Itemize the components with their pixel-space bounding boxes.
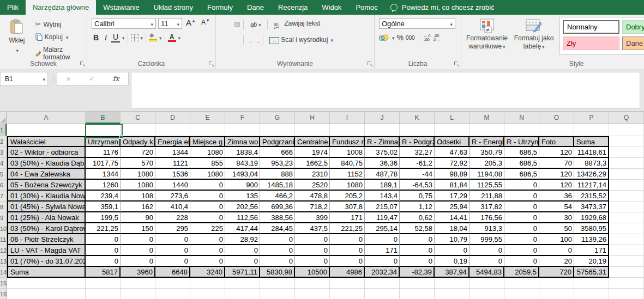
cell-H7[interactable]: 478,8 — [295, 191, 330, 202]
cell-O13[interactable]: 20 — [539, 256, 574, 267]
cell-Q16[interactable] — [609, 289, 644, 299]
cell-M7[interactable]: 211,88 — [470, 191, 504, 202]
cell-M4[interactable]: 205,3 — [470, 158, 504, 169]
cell-B6[interactable]: 1260 — [86, 180, 121, 191]
cell-E7[interactable]: 0 — [190, 191, 225, 202]
cell-D13[interactable]: 0 — [155, 256, 190, 267]
cell-P7[interactable]: 2315,52 — [574, 191, 609, 202]
cell-C9[interactable]: 90 — [121, 212, 155, 223]
column-header-H[interactable]: H — [295, 112, 330, 124]
cell-L2[interactable]: Odsetki — [435, 136, 470, 147]
cell-M8[interactable]: 317,82 — [470, 202, 504, 212]
cell-C16[interactable] — [121, 289, 155, 299]
cell-J5[interactable]: 487,78 — [365, 169, 400, 180]
cell-B14[interactable]: 5817 — [86, 267, 121, 278]
cell-B16[interactable] — [86, 289, 121, 299]
cell-L9[interactable]: 14,41 — [435, 212, 470, 223]
cell-P16[interactable] — [574, 289, 609, 299]
cell-H6[interactable]: 2520 — [295, 180, 330, 191]
column-header-Q[interactable]: Q — [609, 112, 644, 124]
cell-K16[interactable] — [400, 289, 435, 299]
cell-C8[interactable]: 162 — [121, 202, 155, 212]
cell-I6[interactable]: 1080 — [330, 180, 365, 191]
cell-O9[interactable]: 30 — [539, 212, 574, 223]
cell-N16[interactable] — [504, 289, 539, 299]
cell-C12[interactable]: 0 — [121, 245, 155, 256]
wrap-text-button[interactable]: abc↩ Zawijaj tekst — [271, 17, 323, 32]
cell-L16[interactable] — [435, 289, 470, 299]
row-header-11[interactable]: 11 — [0, 234, 7, 245]
column-header-J[interactable]: J — [365, 112, 400, 124]
cell-F5[interactable]: 1493,04 — [225, 169, 260, 180]
cell-A5[interactable]: 04 - Ewa Zalewska — [7, 169, 86, 180]
cell-G12[interactable]: 0 — [260, 245, 295, 256]
increase-indent-button[interactable] — [254, 38, 260, 42]
column-header-N[interactable]: N — [504, 112, 539, 124]
underline-button[interactable]: U — [111, 33, 120, 42]
column-header-O[interactable]: O — [539, 112, 574, 124]
percent-style-button[interactable]: % — [397, 33, 404, 42]
cell-K14[interactable]: -82,39 — [400, 267, 435, 278]
cell-L10[interactable]: 18,04 — [435, 223, 470, 234]
cell-J6[interactable]: 189,1 — [365, 180, 400, 191]
alignment-dialog-launcher-icon[interactable] — [367, 61, 372, 66]
cell-M1[interactable] — [470, 124, 504, 136]
tab-formuly[interactable]: Formuły — [200, 0, 240, 15]
cell-N8[interactable]: 0 — [504, 202, 539, 212]
enter-button[interactable]: ✓ — [89, 75, 95, 83]
row-header-1[interactable]: 1 — [0, 124, 7, 136]
cell-H3[interactable]: 1974 — [295, 147, 330, 158]
cancel-button[interactable]: × — [66, 74, 71, 83]
cell-K10[interactable]: 52,58 — [400, 223, 435, 234]
align-middle-button[interactable] — [227, 22, 233, 27]
decrease-font-size-button[interactable]: A▼ — [200, 18, 212, 29]
cell-G7[interactable]: 466,2 — [260, 191, 295, 202]
column-header-I[interactable]: I — [330, 112, 365, 124]
cell-I9[interactable]: 171 — [330, 212, 365, 223]
cell-Q2[interactable] — [609, 136, 644, 147]
cell-A13[interactable]: 01 (70%) - do 31.07.202 — [7, 256, 86, 267]
cell-B13[interactable]: 0 — [86, 256, 121, 267]
cell-Q6[interactable] — [609, 180, 644, 191]
cell-D5[interactable]: 1536 — [155, 169, 190, 180]
font-color-icon[interactable] — [168, 33, 176, 42]
cell-I7[interactable]: 205,2 — [330, 191, 365, 202]
cell-L11[interactable]: 10,79 — [435, 234, 470, 245]
decrease-decimal-button[interactable]: ,00,0→ — [432, 34, 440, 41]
cell-E13[interactable]: 0 — [190, 256, 225, 267]
row-header-6[interactable]: 6 — [0, 180, 7, 191]
cell-K9[interactable]: 0,62 — [400, 212, 435, 223]
tab-recenzja[interactable]: Recenzja — [271, 0, 315, 15]
cell-I5[interactable]: 1152 — [330, 169, 365, 180]
cell-N3[interactable]: 686,5 — [504, 147, 539, 158]
cell-Q10[interactable] — [609, 223, 644, 234]
cell-F4[interactable]: 843,19 — [225, 158, 260, 169]
cell-H13[interactable]: 0 — [295, 256, 330, 267]
cell-J14[interactable]: 2032,34 — [365, 267, 400, 278]
cell-F12[interactable]: 0 — [225, 245, 260, 256]
cell-O15[interactable] — [539, 278, 574, 289]
number-format-select[interactable]: Ogólne — [379, 18, 455, 29]
cell-A4[interactable]: 03 (50%) - Klaudia Dąbr — [7, 158, 86, 169]
copy-button[interactable]: Kopiuj — [33, 32, 85, 42]
column-header-G[interactable]: G — [260, 112, 295, 124]
cell-P4[interactable]: 8873,3 — [574, 158, 609, 169]
cell-O8[interactable]: 54 — [539, 202, 574, 212]
cell-C3[interactable]: 720 — [121, 147, 155, 158]
align-left-button[interactable] — [220, 38, 226, 42]
cell-D2[interactable]: Energia el — [155, 136, 190, 147]
cell-J3[interactable]: 375,02 — [365, 147, 400, 158]
cell-F6[interactable]: 900 — [225, 180, 260, 191]
cell-D10[interactable]: 295 — [155, 223, 190, 234]
fill-color-icon[interactable] — [149, 34, 157, 41]
cell-M12[interactable]: 0 — [470, 245, 504, 256]
cell-L15[interactable] — [435, 278, 470, 289]
cell-K4[interactable]: -61,2 — [400, 158, 435, 169]
cell-H8[interactable]: 718,2 — [295, 202, 330, 212]
cell-G16[interactable] — [260, 289, 295, 299]
tab-plik[interactable]: Plik — [0, 0, 26, 15]
cell-J13[interactable]: 0 — [365, 256, 400, 267]
cell-L1[interactable] — [435, 124, 470, 136]
tab-dane[interactable]: Dane — [240, 0, 271, 15]
cell-F15[interactable] — [225, 278, 260, 289]
